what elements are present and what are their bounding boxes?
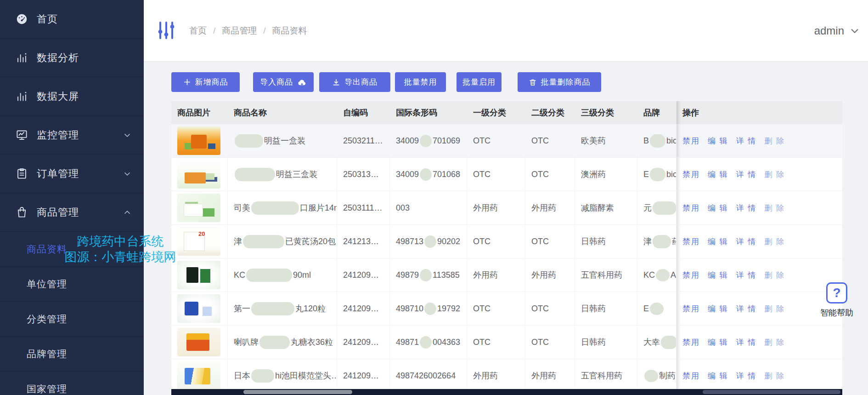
scrollbar-thumb[interactable] xyxy=(243,390,352,394)
cell-text: 90202 xyxy=(437,237,460,246)
table-row: 第一丸120粒241209…49871019792OTCOTC日韩药E禁用编 辑… xyxy=(171,292,842,326)
username: admin xyxy=(814,24,844,37)
table-row: 明益三盒装250313…34009701068OTCOTC澳洲药Ebio /禁用… xyxy=(171,158,842,191)
censor-blob xyxy=(259,336,290,349)
sidebar-item-label: 监控管理 xyxy=(37,128,79,142)
category-l2-cell: OTC xyxy=(525,292,575,325)
action-delete-link[interactable]: 删 除 xyxy=(764,371,785,381)
cell-text: 49871 xyxy=(396,338,419,347)
actions-cell: 禁用编 辑详 情删 除 xyxy=(676,225,842,258)
breadcrumb-item[interactable]: 商品管理 xyxy=(222,25,257,37)
sidebar-item-home[interactable]: 首页 xyxy=(0,0,144,39)
action-delete-link[interactable]: 删 除 xyxy=(764,203,785,213)
cell-text: 第一 xyxy=(234,303,250,314)
batch-enable-button[interactable]: 批量启用 xyxy=(457,72,502,92)
question-mark-icon[interactable]: ? xyxy=(826,282,847,303)
import-product-button[interactable]: 导入商品 xyxy=(253,72,314,92)
action-edit-link[interactable]: 编 辑 xyxy=(708,136,728,146)
cell-text: A xyxy=(671,270,676,280)
batch-disable-button[interactable]: 批量禁用 xyxy=(395,72,446,92)
product-name-cell: 明益三盒装 xyxy=(228,158,337,191)
cell-text: 明益三盒装 xyxy=(276,169,317,180)
action-edit-link[interactable]: 编 辑 xyxy=(708,169,728,180)
product-image xyxy=(177,160,220,189)
breadcrumb-item[interactable]: 首页 xyxy=(189,25,207,37)
cell-text: 日本 xyxy=(234,370,250,381)
smart-help-widget[interactable]: ? 智能帮助 xyxy=(814,282,860,318)
action-detail-link[interactable]: 详 情 xyxy=(736,203,757,213)
action-edit-link[interactable]: 编 辑 xyxy=(708,303,728,314)
action-edit-link[interactable]: 编 辑 xyxy=(708,270,728,281)
sidebar-subitem-unit[interactable]: 单位管理 xyxy=(0,267,144,302)
button-label: 批量启用 xyxy=(462,77,496,87)
cell-text: 津 xyxy=(234,236,242,247)
sidebar: 首页数据分析数据大屏监控管理订单管理商品管理商品资料单位管理分类管理品牌管理国家… xyxy=(0,0,144,395)
sidebar-item-products[interactable]: 商品管理 xyxy=(0,193,144,232)
scrollbar-thumb[interactable] xyxy=(703,390,840,394)
batch-delete-button[interactable]: 批量删除商品 xyxy=(518,72,601,92)
action-disable-link[interactable]: 禁用 xyxy=(682,270,700,281)
action-delete-link[interactable]: 删 除 xyxy=(764,303,785,314)
button-label: 导出商品 xyxy=(344,77,378,87)
product-code-cell: 250313… xyxy=(337,158,390,191)
button-label: 导入商品 xyxy=(260,77,293,87)
brand-cell: 津药 xyxy=(637,225,676,258)
action-detail-link[interactable]: 详 情 xyxy=(736,270,757,281)
action-delete-link[interactable]: 删 除 xyxy=(764,169,785,180)
category-l1-cell: 外用药 xyxy=(467,191,525,224)
action-disable-link[interactable]: 禁用 xyxy=(682,169,700,180)
column-header-col-brand: 品牌 xyxy=(637,101,676,124)
action-disable-link[interactable]: 禁用 xyxy=(682,203,700,213)
censor-blob xyxy=(650,134,665,148)
button-label: 批量删除商品 xyxy=(541,77,591,87)
breadcrumb-item[interactable]: 商品资料 xyxy=(272,25,307,37)
chevron-down-icon xyxy=(123,131,132,140)
sidebar-subitem-category[interactable]: 分类管理 xyxy=(0,302,144,337)
category-l3-cell: 日韩药 xyxy=(575,326,637,359)
sidebar-item-data-screen[interactable]: 数据大屏 xyxy=(0,77,144,116)
action-delete-link[interactable]: 删 除 xyxy=(764,270,785,281)
action-detail-link[interactable]: 详 情 xyxy=(736,371,757,381)
sidebar-item-monitor[interactable]: 监控管理 xyxy=(0,116,144,155)
action-edit-link[interactable]: 编 辑 xyxy=(708,203,728,213)
sidebar-item-orders[interactable]: 订单管理 xyxy=(0,155,144,193)
action-delete-link[interactable]: 删 除 xyxy=(764,136,785,146)
horizontal-scrollbar[interactable] xyxy=(171,389,842,395)
action-disable-link[interactable]: 禁用 xyxy=(682,236,700,247)
cell-text: 003 xyxy=(396,203,410,213)
cell-text: 大幸 xyxy=(643,337,660,348)
action-edit-link[interactable]: 编 辑 xyxy=(708,337,728,348)
action-delete-link[interactable]: 删 除 xyxy=(764,236,785,247)
category-l2-cell: OTC xyxy=(525,326,575,359)
sidebar-subitem-brand[interactable]: 品牌管理 xyxy=(0,337,144,372)
category-l3-cell: 日韩药 xyxy=(575,292,637,325)
cell-text: 口服片14mg xyxy=(300,202,337,213)
action-edit-link[interactable]: 编 辑 xyxy=(708,236,728,247)
add-product-button[interactable]: 新增商品 xyxy=(171,72,240,92)
barcode-cell: 49871019792 xyxy=(390,292,467,325)
sidebar-item-data-analysis[interactable]: 数据分析 xyxy=(0,39,144,77)
action-detail-link[interactable]: 详 情 xyxy=(736,236,757,247)
action-detail-link[interactable]: 详 情 xyxy=(736,337,757,348)
bar-chart-icon xyxy=(16,90,28,103)
category-l1-cell: 外用药 xyxy=(467,359,525,392)
action-disable-link[interactable]: 禁用 xyxy=(682,303,700,314)
sidebar-subitem-country[interactable]: 国家管理 xyxy=(0,372,144,395)
action-delete-link[interactable]: 删 除 xyxy=(764,337,785,348)
category-l2-cell: 外用药 xyxy=(525,359,575,392)
cell-text: bio / xyxy=(666,170,676,179)
action-detail-link[interactable]: 详 情 xyxy=(736,169,757,180)
sidebar-subitem-product-info[interactable]: 商品资料 xyxy=(0,232,144,267)
action-disable-link[interactable]: 禁用 xyxy=(682,136,700,146)
product-image-cell xyxy=(171,191,228,224)
breadcrumb: 首页/商品管理/商品资料 xyxy=(189,0,307,61)
toolbar: 新增商品导入商品导出商品批量禁用批量启用批量删除商品 xyxy=(171,72,601,92)
action-detail-link[interactable]: 详 情 xyxy=(736,303,757,314)
action-edit-link[interactable]: 编 辑 xyxy=(708,371,728,381)
action-disable-link[interactable]: 禁用 xyxy=(682,337,700,348)
user-menu[interactable]: admin xyxy=(814,0,860,61)
cell-text: E xyxy=(643,304,649,314)
action-disable-link[interactable]: 禁用 xyxy=(682,371,700,381)
export-product-button[interactable]: 导出商品 xyxy=(319,72,390,92)
action-detail-link[interactable]: 详 情 xyxy=(736,136,757,146)
